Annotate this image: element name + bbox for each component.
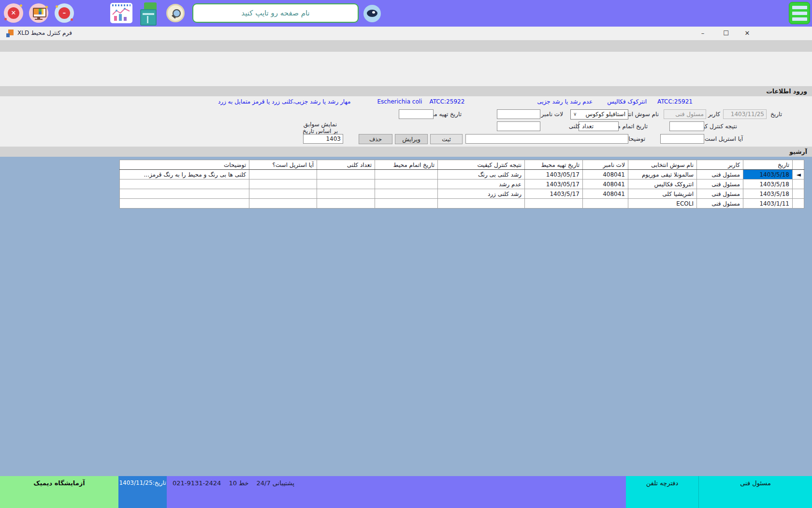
- archive-section-bar: آرشیو: [0, 147, 812, 157]
- minimize-circle-button[interactable]: –: [55, 3, 74, 23]
- table-cell[interactable]: رشد کلنی زرد: [438, 189, 525, 199]
- column-header[interactable]: تاریخ اتمام محیط: [375, 160, 438, 170]
- row-selector-cell[interactable]: ◄: [793, 170, 804, 179]
- table-cell[interactable]: [317, 170, 375, 179]
- table-cell[interactable]: 1403/5/18: [743, 179, 793, 189]
- table-cell[interactable]: [375, 179, 438, 189]
- row-selector-header: [793, 160, 804, 170]
- page-search-input[interactable]: [192, 3, 359, 23]
- table-cell[interactable]: مسئول فنی: [697, 199, 743, 209]
- table-cell[interactable]: کلنی ها بی رنگ و محیط را به رنگ قرمز...: [120, 170, 249, 179]
- role-button[interactable]: مسئول فنی: [698, 476, 812, 508]
- close-button[interactable]: ✕: [740, 27, 755, 40]
- column-header[interactable]: نام سوش انتخابی: [628, 160, 697, 170]
- monitor-button[interactable]: [29, 3, 48, 23]
- comments-field[interactable]: [465, 134, 628, 144]
- row-selector-cell[interactable]: [793, 199, 804, 209]
- column-header[interactable]: تاریخ تهیه محیط: [525, 160, 583, 170]
- table-row[interactable]: 1403/5/18مسئول فنیانتروکک فکالیس40804114…: [120, 179, 804, 189]
- table-cell[interactable]: مسئول فنی: [697, 189, 743, 199]
- submit-button[interactable]: ثبت: [430, 134, 463, 144]
- lab-name: آزمایشگاه دیمیک: [0, 476, 118, 508]
- organism-1: انترکوک فکالیس: [607, 98, 647, 105]
- hamburger-icon: [792, 17, 807, 21]
- edit-button[interactable]: ویرایش: [395, 134, 428, 144]
- table-cell[interactable]: 1403/5/17: [525, 189, 583, 199]
- decor-dot: [56, 5, 58, 8]
- chart-icon: [112, 4, 130, 6]
- table-cell[interactable]: اشریشیا کلی: [628, 189, 697, 199]
- table-row[interactable]: ◄1403/5/18مسئول فنیسالمونلا تیفی موریوم4…: [120, 170, 804, 179]
- date-field[interactable]: [723, 109, 767, 119]
- table-cell[interactable]: 1403/1/11: [743, 199, 793, 209]
- archive-table[interactable]: تاریخکاربرنام سوش انتخابیلات نامبرتاریخ …: [119, 160, 804, 209]
- delete-button[interactable]: حذف: [359, 134, 392, 144]
- table-cell[interactable]: [120, 189, 249, 199]
- table-cell[interactable]: 1403/5/18: [743, 170, 793, 179]
- phonebook-button[interactable]: دفترچه تلفن: [626, 476, 698, 508]
- table-cell[interactable]: انتروکک فکالیس: [628, 179, 697, 189]
- table-cell[interactable]: [249, 170, 317, 179]
- maximize-button[interactable]: ☐: [718, 27, 734, 40]
- table-cell[interactable]: [525, 199, 583, 209]
- table-cell[interactable]: مسئول فنی: [697, 170, 743, 179]
- table-cell[interactable]: [583, 199, 628, 209]
- table-cell[interactable]: 408041: [583, 189, 628, 199]
- strain-select[interactable]: استافیلو کوکوس ∨: [570, 109, 628, 120]
- table-row[interactable]: 1403/1/11مسئول فنیECOLI: [120, 199, 804, 209]
- table-cell[interactable]: [375, 189, 438, 199]
- row-selector-cell[interactable]: [793, 179, 804, 189]
- windows-button[interactable]: [139, 2, 160, 24]
- search-lens-button[interactable]: [166, 4, 185, 22]
- header-row: تاریخکاربرنام سوش انتخابیلات نامبرتاریخ …: [120, 160, 804, 170]
- table-cell[interactable]: [375, 170, 438, 179]
- hamburger-menu-button[interactable]: [789, 2, 810, 24]
- strain-selected-value: استافیلو کوکوس: [586, 111, 625, 118]
- eye-icon: [367, 10, 377, 17]
- user-field[interactable]: [664, 109, 706, 119]
- column-header[interactable]: آیا استریل است؟: [249, 160, 317, 170]
- column-header[interactable]: نتیجه کنترل کیفیت: [438, 160, 525, 170]
- close-circle-button[interactable]: ✕: [4, 3, 23, 23]
- row-selector-cell[interactable]: [793, 189, 804, 199]
- table-cell[interactable]: مسئول فنی: [697, 179, 743, 189]
- table-cell[interactable]: 1403/05/17: [525, 179, 583, 189]
- column-header[interactable]: تاریخ: [743, 160, 793, 170]
- history-year-field[interactable]: [303, 134, 343, 144]
- table-cell[interactable]: [120, 179, 249, 189]
- column-header[interactable]: کاربر: [697, 160, 743, 170]
- chart-button[interactable]: [110, 3, 132, 23]
- table-cell[interactable]: سالمونلا تیفی موریوم: [628, 170, 697, 179]
- support-lines: 10 خط: [229, 479, 248, 508]
- sterile-field[interactable]: [660, 134, 704, 144]
- table-cell[interactable]: 408041: [583, 179, 628, 189]
- colony-count-field[interactable]: [497, 121, 540, 131]
- table-cell[interactable]: عدم رشد: [438, 179, 525, 189]
- table-cell[interactable]: [249, 189, 317, 199]
- table-cell[interactable]: [317, 189, 375, 199]
- table-cell[interactable]: [120, 199, 249, 209]
- column-header[interactable]: توضیحات: [120, 160, 249, 170]
- table-cell[interactable]: [317, 199, 375, 209]
- table-cell[interactable]: [249, 179, 317, 189]
- window-titlebar: فرم کنترل محیط XLD – ☐ ✕: [0, 27, 812, 41]
- qc-result-field[interactable]: [669, 121, 704, 131]
- table-cell[interactable]: [317, 179, 375, 189]
- minimize-button[interactable]: –: [695, 27, 710, 40]
- lot-field[interactable]: [497, 109, 540, 119]
- table-row[interactable]: 1403/5/18مسئول فنیاشریشیا کلی4080411403/…: [120, 189, 804, 199]
- table-cell[interactable]: [375, 199, 438, 209]
- table-cell[interactable]: [438, 199, 525, 209]
- reference-notes: ATCC:25921 انترکوک فکالیس عدم رشد یا رشد…: [0, 98, 812, 105]
- column-header[interactable]: لات نامبر: [583, 160, 628, 170]
- table-cell[interactable]: [249, 199, 317, 209]
- table-cell[interactable]: رشد کلنی بی رنگ: [438, 170, 525, 179]
- close-icon: ✕: [8, 7, 19, 19]
- column-header[interactable]: تعداد کلنی: [317, 160, 375, 170]
- table-cell[interactable]: 408041: [583, 170, 628, 179]
- table-cell[interactable]: 1403/05/17: [525, 170, 583, 179]
- table-cell[interactable]: 1403/5/18: [743, 189, 793, 199]
- prep-date-field[interactable]: [399, 109, 434, 119]
- table-cell[interactable]: ECOLI: [628, 199, 697, 209]
- eye-button[interactable]: [363, 5, 381, 22]
